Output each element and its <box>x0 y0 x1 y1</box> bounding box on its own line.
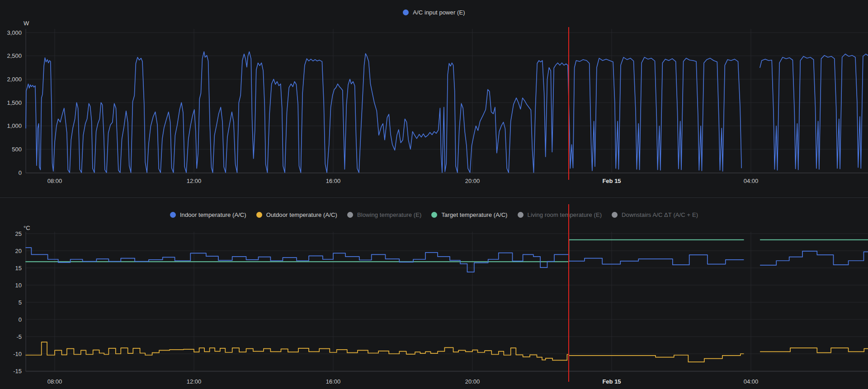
power-y-tick-label: 500 <box>12 146 22 153</box>
temperature-y-tick-label: -10 <box>13 351 22 357</box>
temperature-x-tick-label: 04:00 <box>744 378 759 385</box>
temperature-x-tick-label: Feb 15 <box>602 378 621 385</box>
temperature-y-tick-label: 5 <box>19 299 22 306</box>
temperature-x-tick-label: 08:00 <box>47 378 62 385</box>
power-y-tick-label: 1,500 <box>7 99 22 106</box>
power-x-tick-label: 04:00 <box>744 178 759 184</box>
temperature-y-tick-label: 15 <box>15 265 22 272</box>
temperature-x-tick-label: 12:00 <box>187 378 202 385</box>
temperature-y-tick-label: 20 <box>15 248 22 254</box>
power-x-tick-label: 20:00 <box>465 178 480 184</box>
temperature-y-tick-label: -15 <box>13 368 22 375</box>
temperature-plot-area[interactable] <box>26 232 868 371</box>
power-y-tick-label: 0 <box>19 169 22 176</box>
dashboard: A/C input power (E) Indoor temperature (… <box>0 0 868 389</box>
temperature-y-tick-label: 25 <box>15 230 22 237</box>
temperature-x-tick-label: 16:00 <box>326 378 341 385</box>
power-x-tick-label: 08:00 <box>47 178 62 184</box>
power-x-tick-label: Feb 15 <box>602 178 621 184</box>
power-y-tick-label: 2,000 <box>7 76 22 83</box>
power-x-tick-label: 16:00 <box>326 178 341 184</box>
power-y-tick-label: 3,000 <box>7 29 22 36</box>
temperature-x-tick-label: 20:00 <box>465 378 480 385</box>
power-y-tick-label: 1,000 <box>7 122 22 129</box>
power-y-axis-unit: W <box>24 20 29 27</box>
temperature-y-axis-unit: °C <box>24 225 30 231</box>
power-x-tick-label: 12:00 <box>187 178 202 184</box>
temperature-y-tick-label: 0 <box>19 316 22 323</box>
charts-canvas[interactable]: W05001,0001,5002,0002,5003,00008:0012:00… <box>0 0 868 389</box>
temperature-y-tick-label: 10 <box>15 282 22 289</box>
temperature-y-tick-label: -5 <box>16 333 22 340</box>
power-y-tick-label: 2,500 <box>7 52 22 59</box>
